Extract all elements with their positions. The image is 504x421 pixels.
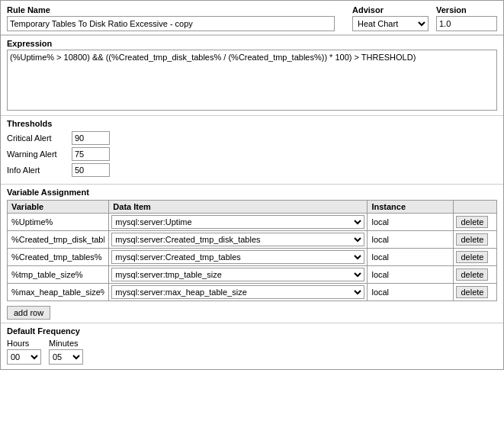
col-header-instance: Instance [368, 201, 454, 214]
rule-name-group: Rule Name [7, 5, 345, 31]
variable-input-1[interactable] [10, 233, 106, 246]
expression-section: (%Uptime% > 10800) && ((%Created_tmp_dis… [1, 50, 503, 115]
delete-button-4[interactable]: delete [456, 286, 488, 298]
version-input[interactable] [436, 16, 497, 31]
rule-name-input[interactable] [7, 16, 335, 31]
table-row: mysql:server:Created_tmp_disk_tablesdele… [8, 231, 497, 249]
variable-input-0[interactable] [10, 215, 106, 229]
threshold-row-info: Info Alert [7, 163, 497, 177]
variable-assignment-header: Variable Assignment [7, 188, 497, 197]
rule-name-label: Rule Name [7, 5, 345, 14]
variable-section: Variable Assignment Variable Data Item I… [1, 184, 503, 323]
delete-button-0[interactable]: delete [456, 216, 488, 228]
main-container: Rule Name Advisor Heat Chart Performance… [0, 0, 504, 370]
critical-alert-label: Critical Alert [7, 133, 68, 143]
minutes-label: Minutes [49, 339, 83, 348]
frequency-row: Hours 00 01 02 03 04 05 06 12 Minutes 00… [7, 339, 497, 365]
table-row: mysql:server:Created_tmp_tablesdelete [8, 249, 497, 266]
table-header-row: Variable Data Item Instance [8, 201, 497, 214]
variable-table: Variable Data Item Instance mysql:server… [7, 200, 497, 301]
variable-input-3[interactable] [10, 268, 106, 281]
delete-button-2[interactable]: delete [456, 251, 488, 263]
advisor-group: Advisor Heat Chart Performance Security [352, 5, 429, 31]
info-alert-label: Info Alert [7, 166, 68, 175]
frequency-section: Default Frequency Hours 00 01 02 03 04 0… [1, 323, 503, 369]
advisor-select[interactable]: Heat Chart Performance Security [352, 16, 429, 31]
thresholds-section: Thresholds Critical Alert Warning Alert … [1, 115, 503, 184]
table-row: mysql:server:max_heap_table_sizedelete [8, 284, 497, 301]
col-header-dataitem: Data Item [109, 201, 368, 214]
minutes-select[interactable]: 00 05 10 15 20 25 30 35 40 45 50 55 [49, 349, 83, 365]
variable-input-4[interactable] [10, 285, 106, 299]
instance-input-2[interactable] [370, 250, 451, 264]
instance-input-4[interactable] [370, 285, 451, 299]
warning-alert-input[interactable] [72, 147, 110, 161]
frequency-header: Default Frequency [7, 326, 497, 336]
expression-input[interactable]: (%Uptime% > 10800) && ((%Created_tmp_dis… [7, 50, 497, 111]
advisor-label: Advisor [352, 5, 429, 14]
table-row: mysql:server:tmp_table_sizedelete [8, 266, 497, 284]
col-header-variable: Variable [8, 201, 109, 214]
minutes-group: Minutes 00 05 10 15 20 25 30 35 40 45 50… [49, 339, 83, 365]
hours-group: Hours 00 01 02 03 04 05 06 12 [7, 339, 41, 365]
critical-alert-input[interactable] [72, 131, 110, 145]
col-header-action [454, 201, 497, 214]
expression-section-header: Expression [1, 35, 503, 50]
data-item-select-1[interactable]: mysql:server:Created_tmp_disk_tables [111, 233, 364, 246]
instance-input-3[interactable] [370, 268, 451, 281]
variable-input-2[interactable] [10, 250, 106, 264]
threshold-row-critical: Critical Alert [7, 131, 497, 145]
table-row: mysql:server:Uptimedelete [8, 214, 497, 231]
version-label: Version [436, 5, 497, 14]
threshold-row-warning: Warning Alert [7, 147, 497, 161]
delete-button-1[interactable]: delete [456, 233, 488, 246]
info-alert-input[interactable] [72, 163, 110, 177]
variable-table-body: mysql:server:Uptimedeletemysql:server:Cr… [8, 214, 497, 301]
header-row: Rule Name Advisor Heat Chart Performance… [1, 1, 503, 35]
version-group: Version [436, 5, 497, 31]
instance-input-0[interactable] [370, 215, 451, 229]
add-row-button[interactable]: add row [7, 306, 50, 320]
data-item-select-4[interactable]: mysql:server:max_heap_table_size [111, 285, 364, 299]
data-item-select-3[interactable]: mysql:server:tmp_table_size [111, 268, 364, 281]
thresholds-header: Thresholds [7, 119, 497, 128]
warning-alert-label: Warning Alert [7, 149, 68, 159]
instance-input-1[interactable] [370, 233, 451, 246]
delete-button-3[interactable]: delete [456, 268, 488, 281]
data-item-select-0[interactable]: mysql:server:Uptime [111, 215, 364, 229]
data-item-select-2[interactable]: mysql:server:Created_tmp_tables [111, 250, 364, 264]
hours-select[interactable]: 00 01 02 03 04 05 06 12 [7, 349, 41, 365]
hours-label: Hours [7, 339, 41, 348]
